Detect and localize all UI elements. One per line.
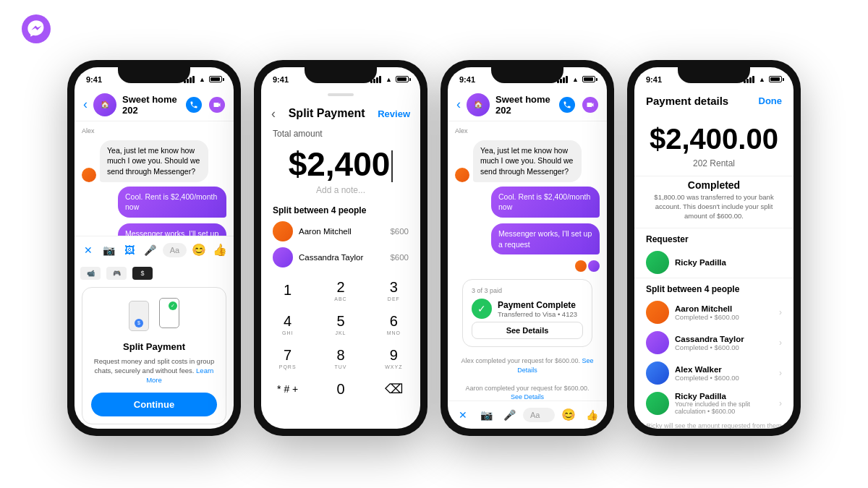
user-msg-2: Messenger works, I'll set up a request: [118, 223, 226, 236]
person-row-1: Aaron Mitchell $600: [261, 218, 420, 244]
alex-message-1: Yea, just let me know how much I owe you…: [100, 140, 208, 182]
numpad: 1 2ABC 3DEF 4GHI 5JKL 6MNO 7PQRS 8TUV 9W…: [261, 273, 420, 403]
cancel-icon[interactable]: ✕: [80, 241, 96, 260]
ricky-avatar-4: [646, 392, 669, 415]
cassandra-name-4: Cassandra Taylor: [675, 335, 773, 343]
time-1: 9:41: [86, 75, 102, 84]
key-7[interactable]: 7PQRS: [261, 341, 314, 375]
add-note-field[interactable]: Add a note...: [261, 185, 420, 201]
done-button[interactable]: Done: [759, 95, 783, 106]
pc-title: Payment Complete: [498, 300, 577, 310]
cancel-icon-3[interactable]: ✕: [454, 406, 472, 424]
see-details-button[interactable]: See Details: [472, 322, 583, 339]
mic-icon[interactable]: 🎤: [142, 241, 158, 260]
back-arrow-3[interactable]: ‹: [456, 97, 461, 112]
emoji-icon[interactable]: 😊: [191, 241, 207, 260]
split-label: Split between 4 people: [634, 278, 793, 297]
key-1[interactable]: 1: [261, 273, 314, 307]
continue-button[interactable]: Continue: [91, 393, 217, 416]
image-icon[interactable]: 🖼: [122, 241, 137, 260]
emoji-icon-3[interactable]: 😊: [559, 406, 578, 424]
requester-row: Ricky Padilla: [634, 247, 793, 278]
alex-avatar-1: [82, 168, 96, 182]
chevron-4: ›: [779, 398, 782, 408]
mic-icon-3[interactable]: 🎤: [500, 406, 519, 424]
key-5[interactable]: 5JKL: [314, 307, 367, 341]
video-mini-icon[interactable]: 📹: [80, 267, 101, 280]
payment-amount: $2,400.00: [634, 111, 793, 158]
camera-icon[interactable]: 📷: [101, 241, 116, 260]
notch-1: [118, 67, 190, 83]
cassandra-avatar: [273, 247, 293, 267]
alex-message-3: Yea, just let me know how much I owe you…: [473, 140, 582, 182]
money-icon[interactable]: $: [132, 267, 153, 280]
status-msg-2: Aaron completed your request for $600.00…: [455, 382, 600, 401]
key-star[interactable]: * # +: [261, 375, 314, 403]
key-4[interactable]: 4GHI: [261, 307, 314, 341]
payment-details-header: Payment details Done: [634, 89, 793, 111]
group-avatar-3: 🏠: [467, 93, 490, 116]
person-detail-row-3[interactable]: Alex Walker Completed • $600.00 ›: [634, 358, 793, 388]
key-6[interactable]: 6MNO: [367, 307, 420, 341]
toolbar-3: ✕ 📷 🎤 Aa 😊 👍: [448, 401, 607, 429]
phone-4: 9:41 ▲ Payment details Done $2,400.00 20…: [627, 60, 801, 436]
key-0[interactable]: 0: [314, 375, 367, 403]
message-input-3[interactable]: Aa: [523, 408, 555, 422]
person-detail-row-1[interactable]: Aaron Mitchell Completed • $600.00 ›: [634, 297, 793, 328]
camera-icon-3[interactable]: 📷: [477, 406, 495, 424]
chat-messages-3: Alex Yea, just let me know how much I ow…: [448, 121, 607, 401]
chat-name-1: Sweet home 202: [122, 94, 180, 116]
phone-1: 9:41 ▲ ‹ 🏠 Sweet home 202: [67, 60, 241, 436]
alex-avatar-4: [646, 361, 669, 385]
aaron-name-4: Aaron Mitchell: [675, 304, 773, 313]
like-icon-3[interactable]: 👍: [582, 406, 601, 424]
cassandra-status-4: Completed • $600.00: [675, 343, 773, 351]
key-9[interactable]: 9WXYZ: [367, 341, 420, 375]
split-card-desc: Request money and split costs in group c…: [91, 356, 217, 385]
person-detail-row-4[interactable]: Ricky Padilla You're included in the spl…: [634, 388, 793, 419]
chat-header-3: ‹ 🏠 Sweet home 202: [448, 89, 607, 121]
split-between-label: Split between 4 people: [261, 201, 420, 218]
user-msg-3b: Messenger works, I'll set up a request: [491, 223, 600, 254]
pc-transferred: Transferred to Visa • 4123: [498, 310, 577, 318]
phone-call-icon-3[interactable]: [559, 97, 575, 113]
notch-3: [491, 67, 563, 83]
key-2[interactable]: 2ABC: [314, 273, 367, 307]
payment-status-desc: $1,800.00 was transferred to your bank a…: [634, 192, 793, 228]
aaron-amount: $600: [390, 227, 409, 236]
key-8[interactable]: 8TUV: [314, 341, 367, 375]
phone-call-icon[interactable]: [186, 97, 202, 113]
games-icon[interactable]: 🎮: [106, 267, 127, 280]
person-detail-row-2[interactable]: Cassandra Taylor Completed • $600.00 ›: [634, 328, 793, 358]
cassandra-amount: $600: [390, 253, 409, 262]
split-payment-title: Split Payment: [289, 107, 365, 120]
split-payment-header: ‹ Split Payment Review: [261, 100, 420, 126]
aaron-avatar: [273, 221, 293, 241]
phone-2: 9:41 ▲ ‹ Split Payment Review Total amou…: [254, 60, 427, 436]
split-phones-illustration: $ ✓: [129, 298, 179, 334]
message-input-1[interactable]: Aa: [163, 243, 187, 257]
review-button[interactable]: Review: [378, 108, 410, 119]
send-icon[interactable]: 👍: [212, 241, 228, 260]
split-card-title: Split Payment: [123, 341, 185, 352]
video-call-icon-3[interactable]: [582, 97, 598, 113]
chevron-1: ›: [779, 307, 782, 317]
phone-3: 9:41 ▲ ‹ 🏠 Sweet home 202: [441, 60, 614, 436]
toolbar-1: ✕ 📷 🖼 🎤 Aa 😊 👍: [75, 236, 234, 264]
user-msg-3a: Cool. Rent is $2,400/month now: [491, 187, 600, 218]
video-call-icon[interactable]: [209, 97, 225, 113]
ricky-name-4: Ricky Padilla: [675, 392, 773, 401]
see-details-2[interactable]: See Details: [511, 393, 544, 400]
back-arrow-2[interactable]: ‹: [271, 106, 276, 121]
msg-sender-alex-1: Alex: [82, 127, 226, 134]
chevron-3: ›: [779, 368, 782, 378]
key-backspace[interactable]: ⌫: [367, 375, 420, 403]
alex-status-4: Completed • $600.00: [675, 374, 773, 382]
phone-mini-right: ✓: [159, 298, 179, 328]
read-avatars: [575, 260, 600, 272]
key-3[interactable]: 3DEF: [367, 273, 420, 307]
requester-label: Requester: [634, 228, 793, 247]
back-arrow-1[interactable]: ‹: [83, 97, 88, 112]
cassandra-name: Cassandra Taylor: [299, 253, 384, 262]
payment-details-title: Payment details: [646, 95, 728, 107]
